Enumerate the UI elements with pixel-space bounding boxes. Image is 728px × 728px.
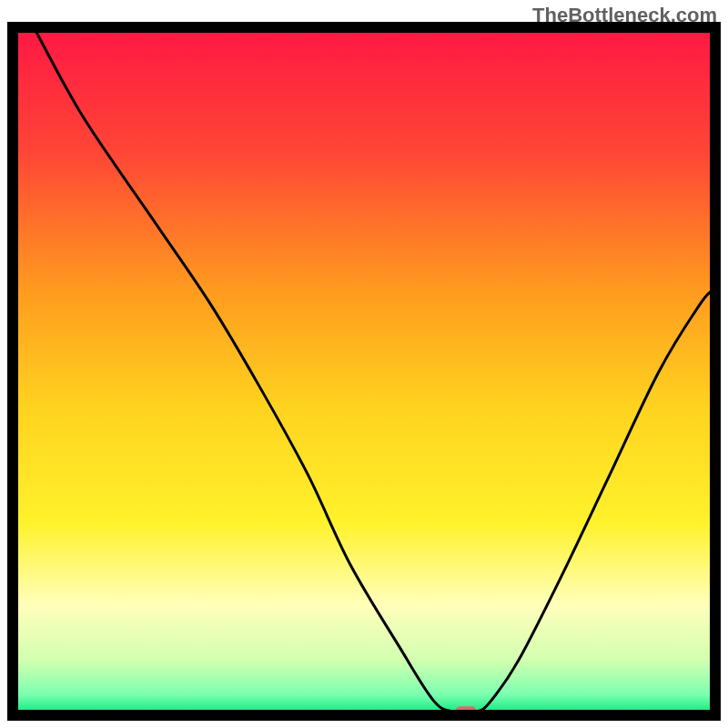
plot-background <box>13 27 715 715</box>
watermark-text: TheBottleneck.com <box>532 4 717 27</box>
bottleneck-chart: TheBottleneck.com <box>0 0 728 728</box>
chart-svg <box>0 0 728 728</box>
